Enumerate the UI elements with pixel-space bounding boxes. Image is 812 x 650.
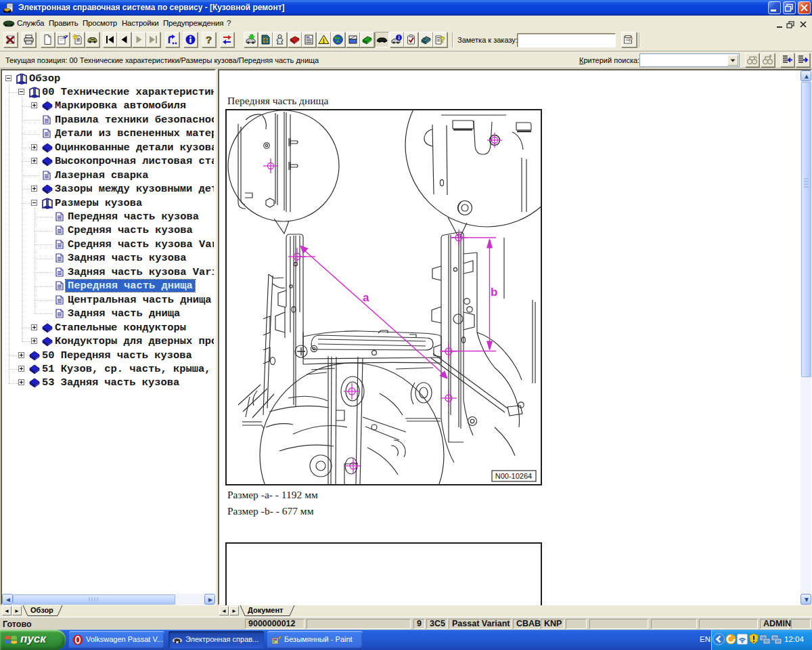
svg-text:a: a (363, 291, 369, 304)
svg-text:?: ? (206, 34, 212, 45)
svg-text:b: b (491, 286, 497, 299)
svg-text:N00-10264: N00-10264 (495, 472, 532, 480)
svg-text:?: ? (440, 35, 445, 45)
